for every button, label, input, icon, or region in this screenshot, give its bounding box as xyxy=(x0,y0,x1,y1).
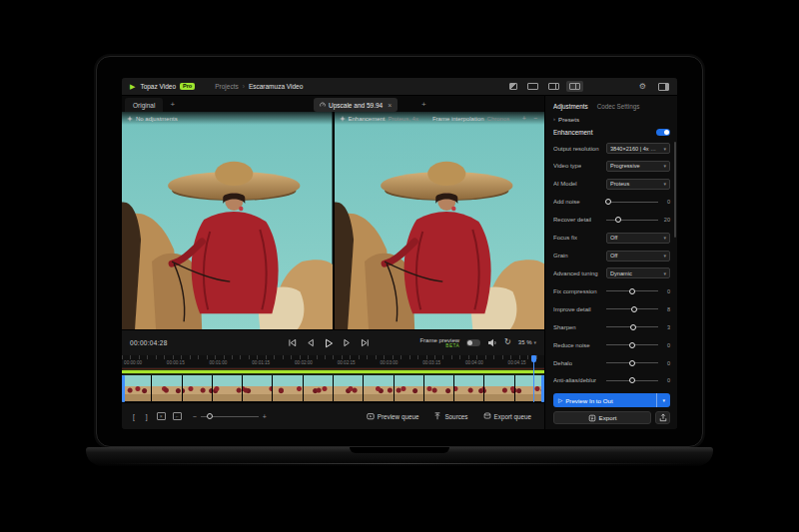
pane-zoom-out-icon[interactable]: − xyxy=(531,115,539,122)
tab-bar: Original + Upscale and 59.94 × + xyxy=(122,96,544,112)
slider-knob[interactable] xyxy=(630,324,636,330)
row-slider[interactable] xyxy=(606,340,658,349)
add-tab-button-left[interactable]: + xyxy=(163,98,182,112)
timeline-zoom-slider[interactable] xyxy=(201,416,259,417)
slider-knob[interactable] xyxy=(629,360,635,366)
row-select[interactable]: Dynamic▾ xyxy=(606,267,670,278)
preview-options-dropdown[interactable]: ▾ xyxy=(656,393,665,407)
filmstrip-frame[interactable] xyxy=(273,375,302,401)
timeline-zoom-knob[interactable] xyxy=(207,413,213,419)
row-slider[interactable] xyxy=(606,358,658,367)
export-button[interactable]: Export xyxy=(553,411,651,424)
timeline-zoom-out-button[interactable]: − xyxy=(193,413,197,420)
row-slider[interactable] xyxy=(606,286,658,295)
filmstrip-frame[interactable] xyxy=(152,375,181,401)
skip-to-end-button[interactable] xyxy=(361,338,370,347)
slider-value: 0 xyxy=(661,199,670,205)
filmstrip-frame[interactable] xyxy=(183,375,212,401)
trim-in-handle[interactable] xyxy=(122,375,125,402)
filmstrip-frame[interactable] xyxy=(395,375,423,401)
share-button[interactable] xyxy=(655,411,670,424)
row-select[interactable]: Off▾ xyxy=(606,233,670,244)
export-queue-button[interactable]: Export queue xyxy=(479,410,535,422)
set-in-point-button[interactable]: [ xyxy=(131,413,137,420)
row-select[interactable]: Off▾ xyxy=(606,251,670,262)
tab-upscale-label: Upscale and 59.94 xyxy=(329,102,383,109)
view-split-button[interactable] xyxy=(545,81,562,92)
enhanced-pane[interactable]: Enhancement Proteus, 4x Frame interpolat… xyxy=(333,112,545,329)
reset-in-out-icon[interactable]: ⌐ xyxy=(173,412,182,420)
filmstrip-frame[interactable] xyxy=(424,375,453,401)
enhanced-video-frame xyxy=(335,112,545,329)
slider-knob[interactable] xyxy=(629,342,635,348)
preview-queue-button[interactable]: Preview queue xyxy=(363,410,423,422)
app-logo-icon: ▶ xyxy=(130,83,135,90)
timeline-ruler[interactable]: 00:00:0000:00:1500:01:0000:01:1500:02:00… xyxy=(122,355,544,368)
row-select[interactable]: Proteus▾ xyxy=(606,179,670,190)
row-slider[interactable] xyxy=(606,322,658,331)
filmstrip-frame[interactable] xyxy=(515,375,544,401)
timeline-zoom-in-button[interactable]: + xyxy=(263,413,267,420)
slider-knob[interactable] xyxy=(605,199,611,205)
view-side-by-side-button[interactable] xyxy=(566,81,583,92)
trim-out-handle[interactable] xyxy=(541,375,544,402)
row-slider[interactable] xyxy=(606,304,658,313)
filmstrip-frame[interactable] xyxy=(364,375,393,401)
view-single-button[interactable] xyxy=(524,81,541,92)
filmstrip-frame[interactable] xyxy=(454,375,483,401)
tab-original[interactable]: Original xyxy=(125,98,163,112)
set-out-point-button[interactable]: ] xyxy=(144,413,150,420)
frame-preview-labels: Frame preview BETA xyxy=(419,337,459,348)
tab-adjustments[interactable]: Adjustments xyxy=(553,103,588,110)
timeline[interactable]: 00:00:0000:00:1500:01:0000:01:1500:02:00… xyxy=(122,355,544,402)
enhancement-chip-label[interactable]: Enhancement xyxy=(349,116,386,122)
row-select[interactable]: 3840×2160 | 4x …▾ xyxy=(606,143,670,154)
row-select[interactable]: Progressive▾ xyxy=(606,161,670,172)
enhancement-toggle[interactable] xyxy=(656,129,670,136)
audio-mute-icon[interactable] xyxy=(487,338,497,347)
filmstrip-frame[interactable] xyxy=(243,375,272,401)
tab-codec-settings[interactable]: Codec Settings xyxy=(597,103,640,110)
row-slider[interactable] xyxy=(606,376,658,385)
filmstrip-frame[interactable] xyxy=(213,375,242,401)
chevron-down-icon: ▾ xyxy=(663,146,666,152)
presets-row[interactable]: › Presets xyxy=(553,113,670,125)
interpolation-chip-label[interactable]: Frame interpolation xyxy=(432,116,484,122)
preview-in-to-out-button[interactable]: ▷ Preview In to Out ▾ xyxy=(553,393,670,407)
play-button[interactable] xyxy=(324,338,334,348)
row-slider[interactable] xyxy=(606,216,658,225)
slider-value: 0 xyxy=(661,342,670,348)
slider-knob[interactable] xyxy=(629,288,635,294)
filmstrip-frame[interactable] xyxy=(334,375,363,401)
pane-zoom-in-icon[interactable]: + xyxy=(520,115,528,122)
filmstrip-frame[interactable] xyxy=(304,375,333,401)
loop-playback-icon[interactable]: ↻ xyxy=(504,338,511,346)
sources-button[interactable]: Sources xyxy=(429,410,471,422)
settings-gear-icon[interactable]: ⚙ xyxy=(639,83,646,91)
clear-in-out-icon[interactable]: × xyxy=(157,412,166,420)
toggle-right-panel-icon[interactable] xyxy=(658,83,669,91)
adjustment-row-improve-detail: Improve detail8 xyxy=(553,301,670,316)
previous-frame-button[interactable] xyxy=(306,338,315,347)
filmstrip[interactable] xyxy=(122,375,544,401)
playhead[interactable] xyxy=(533,355,534,402)
row-slider[interactable] xyxy=(606,198,658,207)
slider-value: 8 xyxy=(661,306,670,312)
filmstrip-frame[interactable] xyxy=(122,375,151,401)
tab-upscale[interactable]: Upscale and 59.94 × xyxy=(314,98,398,112)
view-single-compare-button[interactable] xyxy=(506,81,520,92)
original-pane[interactable]: No adjustments xyxy=(122,112,333,329)
next-frame-button[interactable] xyxy=(343,338,352,347)
slider-knob[interactable] xyxy=(629,377,635,383)
frame-preview-toggle[interactable] xyxy=(466,339,480,346)
filmstrip-frame[interactable] xyxy=(484,375,513,401)
viewer-zoom-select[interactable]: 35 % ▾ xyxy=(518,339,536,345)
sidebar-scrollbar[interactable] xyxy=(674,142,676,238)
row-control: 8 xyxy=(606,304,670,313)
breadcrumb-projects[interactable]: Projects xyxy=(215,83,238,90)
add-tab-button-right[interactable]: + xyxy=(414,98,433,112)
slider-knob[interactable] xyxy=(631,306,637,312)
tab-close-icon[interactable]: × xyxy=(388,102,392,109)
skip-to-start-button[interactable] xyxy=(288,338,297,347)
slider-knob[interactable] xyxy=(615,217,621,223)
